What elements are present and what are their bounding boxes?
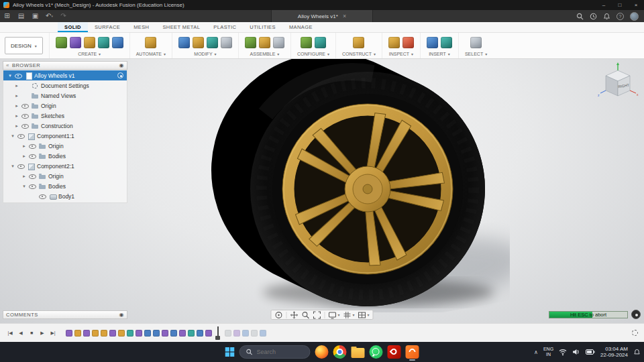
- ribbon-tab[interactable]: SHEET METAL: [156, 22, 207, 32]
- ribbon-tab[interactable]: SURFACE: [88, 22, 127, 32]
- timeline-feature-icon[interactable]: [66, 330, 72, 337]
- visibility-eye-icon[interactable]: [17, 133, 25, 139]
- browser-tree-item[interactable]: ▸ Construction: [3, 121, 127, 131]
- browser-header[interactable]: « BROWSER ◉: [3, 61, 127, 70]
- select-cursor-icon[interactable]: [470, 37, 482, 48]
- fillet-icon[interactable]: [193, 37, 204, 48]
- new-component-icon[interactable]: [56, 37, 67, 48]
- undo-icon[interactable]: ↶▾: [42, 10, 56, 22]
- visibility-eye-icon[interactable]: [39, 193, 46, 200]
- timeline-feature-icon[interactable]: [144, 330, 151, 337]
- joint-icon[interactable]: [259, 37, 270, 48]
- shell-icon[interactable]: [207, 37, 218, 48]
- chevron-down-icon[interactable]: ▾: [99, 52, 101, 56]
- browser-tree-item[interactable]: ▸ Named Views: [3, 90, 127, 101]
- browser-tree-item[interactable]: ▸ Origin: [3, 171, 127, 181]
- alloy-wheel-model[interactable]: [199, 59, 510, 312]
- timeline-control[interactable]: |◀: [5, 330, 15, 336]
- rigid-group-icon[interactable]: [273, 37, 284, 48]
- visibility-eye-icon[interactable]: [17, 163, 25, 170]
- model-viewport[interactable]: RIGHT x z « BROWSER ◉ ▾ Alloy Wheels v1: [0, 59, 644, 323]
- decal-icon[interactable]: [441, 37, 452, 48]
- browser-tree-item[interactable]: ▸ Bodies: [3, 151, 127, 161]
- visibility-eye-icon[interactable]: [29, 143, 36, 149]
- view-cube[interactable]: RIGHT x z: [597, 62, 639, 103]
- create-sketch-icon[interactable]: [70, 37, 81, 48]
- minimize-button[interactable]: –: [596, 0, 612, 10]
- browser-tree-item[interactable]: Body1: [3, 191, 127, 201]
- chevron-down-icon[interactable]: ▾: [368, 312, 370, 317]
- panel-target-icon[interactable]: ◉: [119, 62, 124, 68]
- visibility-eye-icon[interactable]: [21, 113, 29, 119]
- fit-icon[interactable]: [313, 311, 321, 319]
- save-icon[interactable]: ▣: [28, 10, 42, 22]
- timeline-control[interactable]: ◀: [16, 330, 25, 336]
- help-icon[interactable]: ?: [616, 13, 624, 20]
- chevron-down-icon[interactable]: ▾: [164, 52, 166, 56]
- timeline-feature-icon[interactable]: [136, 330, 142, 337]
- section-analysis-icon[interactable]: [402, 37, 414, 48]
- ribbon-tab[interactable]: SOLID: [58, 22, 88, 32]
- maximize-button[interactable]: □: [612, 0, 628, 10]
- chevron-down-icon[interactable]: ▾: [277, 52, 279, 56]
- acrobat-icon[interactable]: [388, 345, 401, 359]
- timeline-feature-icon[interactable]: [242, 330, 249, 337]
- start-button-icon[interactable]: [225, 347, 235, 357]
- clock[interactable]: 03:04 AM22-09-2024: [600, 346, 628, 359]
- expander-icon[interactable]: ▸: [14, 103, 19, 109]
- config-table-icon[interactable]: [315, 37, 326, 48]
- volume-icon[interactable]: [572, 348, 580, 356]
- browser-tree-item[interactable]: ▸ Sketches: [3, 111, 127, 121]
- timeline-control[interactable]: ■: [27, 330, 36, 335]
- comments-panel[interactable]: COMMENTS ◉: [3, 310, 127, 319]
- browser-tree-item[interactable]: ▸ Document Settings: [3, 80, 127, 90]
- visibility-eye-icon[interactable]: [21, 123, 29, 129]
- expander-icon[interactable]: ▸: [14, 113, 19, 119]
- wifi-icon[interactable]: [559, 348, 567, 356]
- configuration-icon[interactable]: [301, 37, 312, 48]
- viewports-icon[interactable]: [358, 311, 366, 319]
- expander-icon[interactable]: ▸: [14, 83, 19, 88]
- document-tab[interactable]: Alloy Wheels v1* ×: [271, 10, 373, 22]
- firefox-icon[interactable]: [315, 345, 329, 359]
- panel-target-icon[interactable]: ◉: [119, 312, 124, 318]
- timeline-feature-icon[interactable]: [74, 330, 81, 337]
- orbit-icon[interactable]: [274, 311, 282, 319]
- tray-chevron-up-icon[interactable]: ∧: [534, 349, 538, 355]
- zoom-icon[interactable]: [301, 311, 309, 319]
- press-pull-icon[interactable]: [178, 37, 190, 48]
- expander-icon[interactable]: ▸: [21, 174, 27, 179]
- expander-icon[interactable]: ▸: [14, 93, 19, 99]
- grid-settings-icon[interactable]: [343, 311, 351, 319]
- timeline-feature-icon[interactable]: [127, 330, 133, 337]
- automate-icon[interactable]: [145, 37, 156, 48]
- assistant-icon[interactable]: [631, 310, 641, 319]
- timeline-feature-icon[interactable]: [109, 330, 116, 337]
- chevron-down-icon[interactable]: ▾: [215, 52, 217, 56]
- browser-tree-item[interactable]: ▸ Origin: [3, 141, 127, 151]
- expander-icon[interactable]: ▸: [14, 123, 19, 129]
- collapse-panel-icon[interactable]: «: [6, 62, 9, 68]
- chevron-down-icon[interactable]: ▾: [337, 312, 339, 317]
- expander-icon[interactable]: ▾: [10, 164, 15, 169]
- browser-tree-item[interactable]: ▾ Component1:1: [3, 131, 127, 141]
- timeline-feature-icon[interactable]: [153, 330, 160, 337]
- timeline-feature-icon[interactable]: [101, 330, 107, 337]
- battery-icon[interactable]: [586, 348, 595, 356]
- undo-caret-icon[interactable]: ▾: [51, 14, 53, 18]
- ribbon-tab[interactable]: MESH: [127, 22, 156, 32]
- expander-icon[interactable]: ▾: [21, 184, 27, 189]
- visibility-eye-icon[interactable]: [29, 173, 36, 180]
- visibility-eye-icon[interactable]: [29, 153, 36, 160]
- ribbon-tab[interactable]: MANAGE: [282, 22, 319, 32]
- fusion-taskbar-icon[interactable]: [406, 345, 419, 359]
- timeline-feature-icon[interactable]: [118, 330, 125, 337]
- notifications-icon[interactable]: [633, 349, 641, 356]
- pan-icon[interactable]: [290, 311, 298, 319]
- timeline-feature-icon[interactable]: [83, 330, 90, 337]
- timeline-feature-icon[interactable]: [188, 330, 195, 337]
- timeline-feature-icon[interactable]: [260, 330, 266, 337]
- timeline-feature-icon[interactable]: [170, 330, 177, 337]
- chevron-down-icon[interactable]: ▾: [374, 52, 376, 56]
- timeline-feature-icon[interactable]: [233, 330, 240, 337]
